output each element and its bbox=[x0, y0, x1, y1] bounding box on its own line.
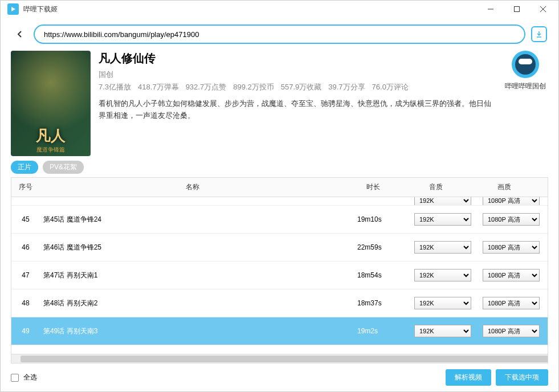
cover-title: 凡人 bbox=[11, 126, 91, 146]
stat-danmaku: 418.7万弹幕 bbox=[138, 83, 179, 91]
cell-index: 49 bbox=[11, 320, 40, 342]
tabs: 正片 PV&花絮 bbox=[11, 161, 548, 174]
cell-duration: 19m2s bbox=[354, 320, 411, 342]
th-name[interactable]: 名称 bbox=[40, 178, 345, 197]
video-select[interactable]: 1080P 高清 bbox=[483, 269, 540, 281]
audio-select[interactable]: 192K bbox=[414, 269, 471, 281]
cell-duration: 18m54s bbox=[354, 264, 411, 286]
app-title: 哔哩下载姬 bbox=[23, 5, 478, 14]
cell-index: 46 bbox=[11, 236, 40, 258]
table-header: 序号 名称 时长 音质 画质 bbox=[11, 178, 548, 197]
table-row[interactable]: 47 第47话 再别天南1 18m54s 192K 1080P 高清 bbox=[11, 262, 548, 289]
audio-select[interactable]: 192K bbox=[414, 197, 471, 206]
table-row[interactable]: 45 第45话 魔道争锋24 19m10s 192K 1080P 高清 bbox=[11, 206, 548, 234]
video-select[interactable]: 1080P 高清 bbox=[483, 241, 540, 254]
video-stats: 7.3亿播放418.7万弹幕932.7万点赞899.2万投币557.9万收藏39… bbox=[99, 82, 495, 92]
audio-select[interactable]: 192K bbox=[414, 297, 471, 309]
download-selected-button[interactable]: 下载选中项 bbox=[496, 369, 548, 386]
stat-shares: 39.7万分享 bbox=[328, 83, 365, 91]
cell-name: 第46话 魔道争锋25 bbox=[40, 236, 354, 259]
uploader-name: 哔哩哔哩国创 bbox=[503, 81, 548, 91]
cell-duration: 22m59s bbox=[354, 236, 411, 258]
cell-index: 48 bbox=[11, 292, 40, 314]
video-cover: 凡人 魔道争锋篇 bbox=[11, 51, 91, 156]
cell-duration: 19m10s bbox=[354, 209, 411, 230]
table-row[interactable]: 46 第46话 魔道争锋25 22m59s 192K 1080P 高清 bbox=[11, 234, 548, 262]
stat-likes: 932.7万点赞 bbox=[186, 83, 227, 91]
video-select[interactable]: 1080P 高清 bbox=[483, 297, 540, 309]
cell-name: 第49话 再别天南3 bbox=[40, 320, 354, 343]
select-all-label: 全选 bbox=[23, 373, 441, 382]
th-duration[interactable]: 时长 bbox=[345, 178, 402, 197]
tab-pv[interactable]: PV&花絮 bbox=[43, 161, 84, 174]
stat-comments: 76.0万评论 bbox=[372, 83, 409, 91]
maximize-button[interactable] bbox=[504, 1, 530, 18]
stat-coins: 899.2万投币 bbox=[233, 83, 274, 91]
stat-favs: 557.9万收藏 bbox=[281, 83, 322, 91]
th-video[interactable]: 画质 bbox=[470, 178, 538, 197]
video-select[interactable]: 1080P 高清 bbox=[483, 213, 540, 226]
minimize-button[interactable] bbox=[478, 1, 504, 18]
horizontal-scrollbar[interactable] bbox=[11, 354, 548, 363]
table-row[interactable]: 192K1080P 高清 bbox=[11, 197, 548, 206]
episode-table: 序号 名称 时长 音质 画质 192K1080P 高清 45 第45话 魔道争锋… bbox=[11, 177, 548, 364]
video-select[interactable]: 1080P 高清 bbox=[483, 325, 540, 337]
video-select[interactable]: 1080P 高清 bbox=[483, 197, 540, 206]
parse-button[interactable]: 解析视频 bbox=[446, 369, 491, 386]
video-category: 国创 bbox=[99, 70, 495, 80]
uploader-block: 哔哩哔哩国创 bbox=[503, 51, 548, 156]
video-description: 看机智的凡人小子韩立如何稳健发展、步步为营，战魔道、夺至宝、驰骋星海、快意恩仇，… bbox=[99, 98, 495, 122]
cell-name: 第45话 魔道争锋24 bbox=[40, 208, 354, 231]
video-title: 凡人修仙传 bbox=[99, 51, 495, 66]
footer: 全选 解析视频 下载选中项 bbox=[1, 364, 558, 391]
svg-rect-1 bbox=[515, 7, 520, 12]
download-button[interactable] bbox=[531, 26, 547, 42]
titlebar: 哔哩下载姬 bbox=[1, 1, 558, 18]
th-audio[interactable]: 音质 bbox=[402, 178, 470, 197]
cell-index: 47 bbox=[11, 264, 40, 286]
table-body[interactable]: 192K1080P 高清 45 第45话 魔道争锋24 19m10s 192K … bbox=[11, 197, 548, 354]
uploader-avatar[interactable] bbox=[512, 51, 539, 78]
app-icon bbox=[7, 3, 19, 15]
cell-name: 第48话 再别天南2 bbox=[40, 292, 354, 315]
th-index[interactable]: 序号 bbox=[11, 178, 40, 197]
audio-select[interactable]: 192K bbox=[414, 241, 471, 254]
stat-plays: 7.3亿播放 bbox=[99, 83, 131, 91]
tab-main[interactable]: 正片 bbox=[11, 161, 38, 174]
video-info: 凡人 魔道争锋篇 凡人修仙传 国创 7.3亿播放418.7万弹幕932.7万点赞… bbox=[11, 51, 548, 156]
url-input[interactable] bbox=[34, 24, 525, 44]
cover-subtitle: 魔道争锋篇 bbox=[11, 146, 91, 154]
cell-name: 第47话 再别天南1 bbox=[40, 264, 354, 287]
cell-duration: 18m37s bbox=[354, 292, 411, 314]
url-bar bbox=[1, 18, 558, 51]
back-button[interactable] bbox=[12, 26, 28, 42]
cell-index: 45 bbox=[11, 209, 40, 230]
audio-select[interactable]: 192K bbox=[414, 213, 471, 226]
audio-select[interactable]: 192K bbox=[414, 325, 471, 337]
table-row[interactable]: 49 第49话 再别天南3 19m2s 192K 1080P 高清 bbox=[11, 317, 548, 345]
select-all-checkbox[interactable] bbox=[11, 374, 19, 382]
close-button[interactable] bbox=[530, 1, 556, 18]
table-row[interactable]: 48 第48话 再别天南2 18m37s 192K 1080P 高清 bbox=[11, 289, 548, 317]
